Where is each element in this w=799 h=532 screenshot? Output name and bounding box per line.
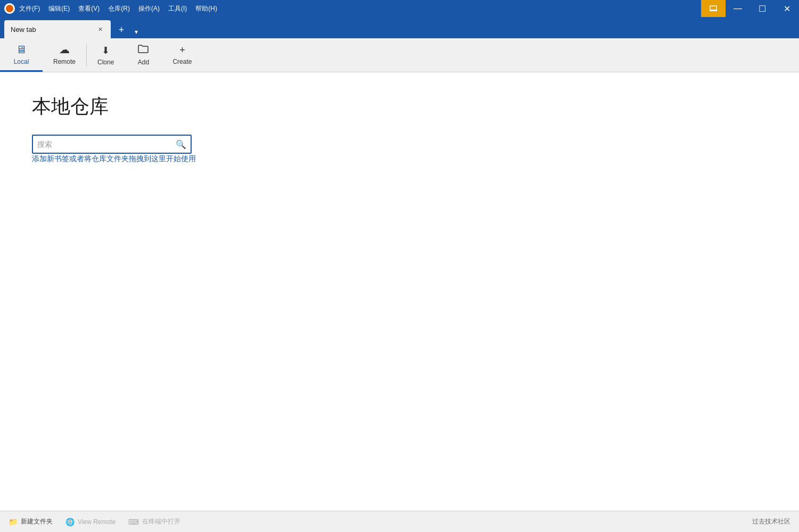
- tabbar: New tab ✕ + ▾: [0, 17, 799, 38]
- search-box: 🔍: [32, 135, 192, 154]
- folder-icon: 📁: [9, 518, 18, 526]
- app-wrapper: 文件(F) 编辑(E) 查看(V) 仓库(R) 操作(A) 工具(I) 帮助(H…: [0, 0, 799, 532]
- menu-view[interactable]: 查看(V): [74, 0, 104, 17]
- remote-icon: ☁: [59, 43, 70, 56]
- page-title: 本地仓库: [32, 94, 767, 120]
- search-input[interactable]: [37, 140, 172, 148]
- menu-tools[interactable]: 工具(I): [164, 0, 191, 17]
- hint-link[interactable]: 添加新书签或者将仓库文件夹拖拽到这里开始使用: [32, 154, 196, 163]
- clone-button[interactable]: ⬇ Clone: [87, 38, 125, 72]
- statusbar-open-terminal: ⌨ 在终端中打开: [128, 517, 180, 526]
- remote-label: Remote: [53, 58, 76, 65]
- toolbar: 🖥 Local ☁ Remote ⬇ Clone Add + Create: [0, 38, 799, 72]
- view-remote-label: View Remote: [78, 518, 116, 526]
- main-content: 本地仓库 🔍 添加新书签或者将仓库文件夹拖拽到这里开始使用: [0, 72, 799, 532]
- tab-dropdown-button[interactable]: ▾: [130, 26, 143, 38]
- add-button[interactable]: Add: [125, 38, 162, 72]
- search-icon: 🔍: [176, 139, 186, 149]
- tab-local[interactable]: 🖥 Local: [0, 38, 43, 72]
- create-icon: +: [179, 45, 185, 56]
- open-terminal-label: 在终端中打开: [142, 517, 180, 526]
- svg-rect-0: [710, 6, 716, 10]
- new-tab-button[interactable]: +: [113, 21, 130, 38]
- close-button[interactable]: ✕: [775, 0, 799, 17]
- local-label: Local: [14, 58, 29, 65]
- tab-remote[interactable]: ☁ Remote: [43, 38, 86, 72]
- menu-file[interactable]: 文件(F): [15, 0, 44, 17]
- statusbar-view-remote: 🌐 View Remote: [65, 518, 116, 526]
- titlebar: 文件(F) 编辑(E) 查看(V) 仓库(R) 操作(A) 工具(I) 帮助(H…: [0, 0, 799, 17]
- create-button[interactable]: + Create: [162, 38, 202, 72]
- titlebar-menu: 文件(F) 编辑(E) 查看(V) 仓库(R) 操作(A) 工具(I) 帮助(H…: [15, 0, 701, 17]
- maximize-button[interactable]: ☐: [750, 0, 775, 17]
- add-label: Add: [138, 59, 149, 66]
- app-logo: [4, 3, 15, 14]
- minimize-button[interactable]: —: [726, 0, 750, 17]
- create-label: Create: [172, 58, 192, 65]
- add-icon: [138, 44, 149, 56]
- statusbar: 📁 新建文件夹 🌐 View Remote ⌨ 在终端中打开 过去技术社区: [0, 511, 799, 532]
- local-icon: 🖥: [16, 44, 27, 56]
- tab-close-button[interactable]: ✕: [96, 25, 104, 34]
- globe-icon: 🌐: [65, 518, 75, 526]
- statusbar-new-folder[interactable]: 📁 新建文件夹: [9, 517, 53, 526]
- menu-help[interactable]: 帮助(H): [191, 0, 221, 17]
- tab-title: New tab: [11, 26, 92, 34]
- menu-repo[interactable]: 仓库(R): [104, 0, 134, 17]
- menu-actions[interactable]: 操作(A): [134, 0, 164, 17]
- active-tab[interactable]: New tab ✕: [4, 20, 111, 38]
- svg-rect-1: [710, 10, 717, 11]
- taskbar-icon-btn[interactable]: [701, 0, 726, 17]
- window-controls: — ☐ ✕: [701, 0, 799, 17]
- clone-icon: ⬇: [102, 45, 110, 56]
- new-folder-label: 新建文件夹: [21, 517, 53, 526]
- community-label: 过去技术社区: [752, 518, 790, 525]
- terminal-icon: ⌨: [128, 518, 139, 526]
- clone-label: Clone: [97, 59, 114, 66]
- menu-edit[interactable]: 编辑(E): [44, 0, 74, 17]
- statusbar-community: 过去技术社区: [752, 517, 790, 526]
